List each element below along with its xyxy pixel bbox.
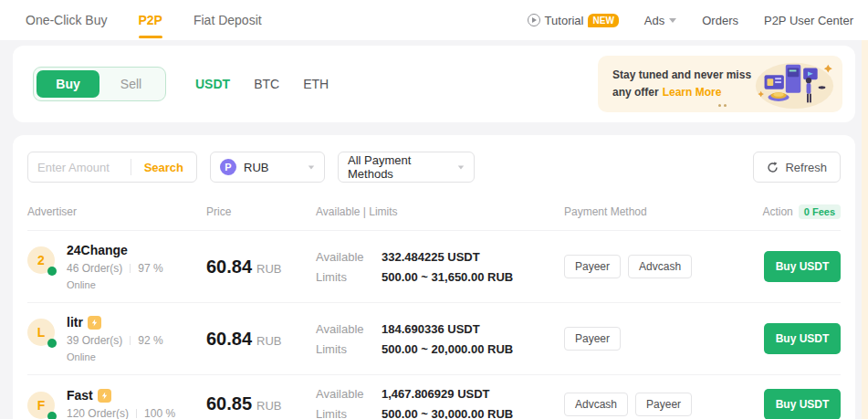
refresh-icon <box>767 162 779 173</box>
online-dot-icon <box>47 339 57 348</box>
available-label: Available <box>316 322 382 336</box>
amount-input[interactable] <box>28 161 131 174</box>
limits-label: Limits <box>316 270 382 284</box>
orders-label: Orders <box>702 14 738 27</box>
price-currency: RUB <box>256 262 281 276</box>
advertiser-cell: L litr 39 Order(s) 92 % Online <box>27 315 206 362</box>
fiat-currency-select[interactable]: P RUB <box>210 152 325 183</box>
carousel-dot <box>724 104 727 107</box>
available-value: 332.484225 USDT <box>382 250 480 264</box>
online-dot-icon <box>47 412 57 419</box>
sell-toggle[interactable]: Sell <box>99 70 162 98</box>
user-center-label: P2P User Center <box>764 14 853 27</box>
completion-rate: 97 % <box>138 262 162 275</box>
divider <box>130 336 131 345</box>
header-action: Action <box>762 205 792 218</box>
advertiser-avatar[interactable]: F <box>27 392 55 419</box>
learn-more-link[interactable]: Learn More <box>663 86 722 99</box>
coin-tabs: USDT BTC ETH <box>195 77 329 91</box>
header-available-limits: Available | Limits <box>316 205 564 218</box>
price-cell: 60.84RUB <box>206 257 316 278</box>
market-bar-card: Buy Sell USDT BTC ETH Stay tuned and nev… <box>13 46 855 122</box>
action-cell: Buy USDT <box>758 323 841 354</box>
online-status: Online <box>67 351 163 362</box>
payment-method-select[interactable]: All Payment Methods <box>338 152 475 183</box>
chevron-down-icon <box>669 18 676 23</box>
available-label: Available <box>316 387 382 401</box>
payment-method-chip: Advcash <box>564 393 628 416</box>
price-currency: RUB <box>256 334 281 348</box>
limits-value: 500.00 ~ 31,650.00 RUB <box>382 270 513 284</box>
available-limits-cell: Available 184.690336 USDT Limits 500.00 … <box>316 322 564 356</box>
divider <box>136 409 137 418</box>
buy-sell-toggle: Buy Sell <box>33 67 166 101</box>
action-cell: Buy USDT <box>758 251 841 282</box>
top-nav: One-Click Buy P2P Fiat Deposit Tutorial … <box>0 0 868 40</box>
payment-method-chip: Payeer <box>635 393 692 416</box>
new-badge: NEW <box>588 14 618 27</box>
payment-methods: PayeerAdvcash <box>564 255 758 278</box>
orders-count: 46 Order(s) <box>67 262 122 275</box>
offer-list-card: Search P RUB All Payment Methods Refresh… <box>13 135 855 419</box>
coin-tab-eth[interactable]: ETH <box>303 77 329 91</box>
price-value: 60.84 <box>206 257 252 277</box>
banner-carousel-dots[interactable] <box>718 104 727 107</box>
ads-label: Ads <box>644 14 664 27</box>
header-price: Price <box>206 205 316 218</box>
advertiser-name[interactable]: litr <box>67 315 83 330</box>
play-circle-icon <box>528 14 540 26</box>
available-value: 184.690336 USDT <box>382 322 480 336</box>
completion-rate: 92 % <box>138 334 162 347</box>
advertiser-avatar[interactable]: 2 <box>27 246 55 274</box>
tab-fiat-deposit[interactable]: Fiat Deposit <box>193 0 262 40</box>
advertiser-stats: 120 Order(s) 100 % <box>67 407 175 419</box>
available-value: 1,467.806929 USDT <box>382 387 490 401</box>
buy-usdt-button[interactable]: Buy USDT <box>764 323 841 354</box>
payment-method-chip: Payeer <box>564 327 621 351</box>
tutorial-link[interactable]: Tutorial NEW <box>528 14 619 27</box>
action-cell: Buy USDT <box>758 389 841 419</box>
completion-rate: 100 % <box>144 407 175 419</box>
price-value: 60.84 <box>206 329 252 349</box>
offer-row: L litr 39 Order(s) 92 % Online 60. <box>27 302 841 374</box>
coin-tab-usdt[interactable]: USDT <box>195 77 230 91</box>
orders-link[interactable]: Orders <box>702 14 738 27</box>
lightning-badge-icon <box>88 316 101 330</box>
fiat-selected-value: RUB <box>244 161 268 174</box>
online-dot-icon <box>47 267 57 276</box>
lightning-badge-icon <box>98 389 111 403</box>
banner-illustration <box>752 57 837 111</box>
table-header-row: Advertiser Price Available | Limits Paym… <box>27 204 841 230</box>
p2p-user-center-link[interactable]: P2P User Center <box>764 14 853 27</box>
payment-method-chip: Payeer <box>564 255 621 278</box>
zero-fees-badge: 0 Fees <box>799 204 841 219</box>
available-limits-cell: Available 332.484225 USDT Limits 500.00 … <box>316 250 564 284</box>
search-button[interactable]: Search <box>131 161 196 174</box>
promo-banner[interactable]: Stay tuned and never miss any offerLearn… <box>598 56 842 112</box>
filter-bar: Search P RUB All Payment Methods Refresh <box>27 152 841 183</box>
available-limits-cell: Available 1,467.806929 USDT Limits 500.0… <box>316 387 564 419</box>
tab-p2p[interactable]: P2P <box>138 0 162 40</box>
offer-row: F Fast 120 Order(s) 100 % 60.85RU <box>27 374 841 419</box>
price-currency: RUB <box>256 399 281 413</box>
advertiser-cell: 2 24Change 46 Order(s) 97 % Online <box>27 243 206 290</box>
amount-search-box: Search <box>27 152 197 183</box>
buy-usdt-button[interactable]: Buy USDT <box>764 389 841 419</box>
advertiser-stats: 39 Order(s) 92 % <box>67 334 163 347</box>
price-cell: 60.84RUB <box>206 329 316 350</box>
advertiser-name[interactable]: 24Change <box>67 243 128 257</box>
price-value: 60.85 <box>206 393 252 414</box>
tab-one-click-buy[interactable]: One-Click Buy <box>26 0 107 40</box>
ads-menu[interactable]: Ads <box>644 14 676 27</box>
price-cell: 60.85RUB <box>206 393 316 414</box>
coin-tab-btc[interactable]: BTC <box>254 77 279 91</box>
buy-toggle[interactable]: Buy <box>37 70 99 98</box>
refresh-button[interactable]: Refresh <box>753 152 841 183</box>
available-label: Available <box>316 250 382 264</box>
advertiser-avatar[interactable]: L <box>27 319 55 346</box>
offer-rows: 2 24Change 46 Order(s) 97 % Online 60.84… <box>27 230 841 419</box>
limits-label: Limits <box>316 407 382 419</box>
header-advertiser: Advertiser <box>27 205 206 218</box>
buy-usdt-button[interactable]: Buy USDT <box>764 251 841 282</box>
advertiser-name[interactable]: Fast <box>67 388 93 403</box>
